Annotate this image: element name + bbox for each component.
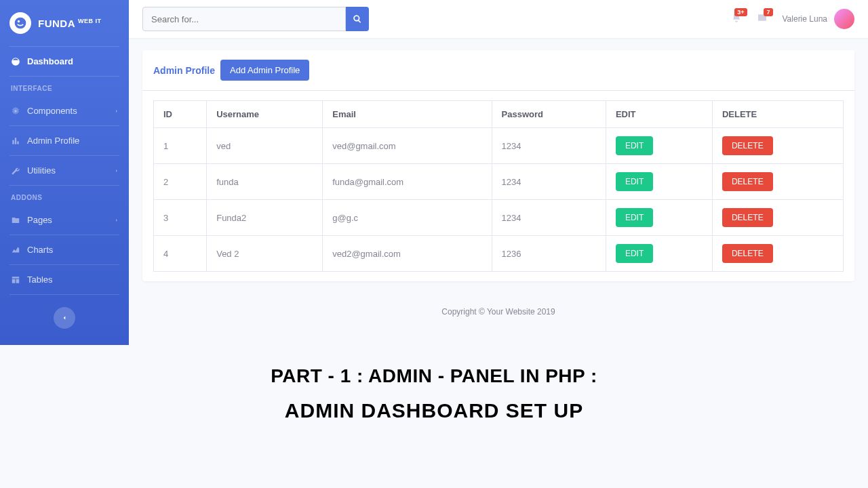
- collapse-sidebar-button[interactable]: [54, 307, 75, 329]
- table-header: Username: [207, 101, 323, 128]
- edit-button[interactable]: EDIT: [616, 244, 653, 263]
- admin-table: IDUsernameEmailPasswordEDITDELETE 1vedve…: [153, 100, 844, 272]
- table-header: DELETE: [712, 101, 843, 128]
- svg-point-1: [18, 20, 20, 22]
- mail-badge: 7: [764, 8, 772, 16]
- avatar: [834, 9, 854, 29]
- table-row: 3Funda2g@g.c1234EDITDELETE: [154, 200, 844, 236]
- card-title: Admin Profile: [153, 65, 215, 76]
- nav-components[interactable]: Components: [0, 96, 129, 125]
- add-admin-button[interactable]: Add Admin Profile: [220, 60, 309, 81]
- delete-button[interactable]: DELETE: [722, 172, 773, 191]
- chevron-right-icon: [114, 108, 119, 114]
- table-header: ID: [154, 101, 207, 128]
- delete-button[interactable]: DELETE: [722, 208, 773, 227]
- svg-point-0: [15, 18, 26, 29]
- table-header: Password: [492, 101, 606, 128]
- gear-icon: [11, 106, 20, 116]
- chevron-right-icon: [114, 168, 119, 174]
- chevron-right-icon: [114, 218, 119, 223]
- table-row: 4Ved 2ved2@gmail.com1236EDITDELETE: [154, 236, 844, 272]
- caption-line-1: PART - 1 : ADMIN - PANEL IN PHP :: [0, 365, 868, 387]
- notifications-button[interactable]: 3+: [731, 12, 742, 26]
- caption: PART - 1 : ADMIN - PANEL IN PHP : ADMIN …: [0, 365, 868, 422]
- nav-tables[interactable]: Tables: [0, 265, 129, 294]
- brand[interactable]: FUNDA WEB IT: [0, 0, 129, 46]
- bell-badge: 3+: [734, 8, 747, 16]
- caption-line-2: ADMIN DASHBOARD SET UP: [0, 399, 868, 422]
- nav-dashboard[interactable]: Dashboard: [0, 47, 129, 76]
- brand-name: FUNDA WEB IT: [38, 18, 102, 29]
- delete-button[interactable]: DELETE: [722, 136, 773, 155]
- brand-icon: [9, 12, 31, 34]
- chevron-left-icon: [61, 314, 68, 321]
- table-header: Email: [323, 101, 492, 128]
- delete-button[interactable]: DELETE: [722, 244, 773, 263]
- dashboard-icon: [11, 57, 20, 66]
- chart-area-icon: [11, 245, 20, 255]
- nav-utilities[interactable]: Utilities: [0, 156, 129, 185]
- nav-charts[interactable]: Charts: [0, 235, 129, 264]
- admin-profile-card: Admin Profile Add Admin Profile IDUserna…: [142, 50, 854, 281]
- topbar: 3+ 7 Valerie Luna: [129, 0, 868, 38]
- chart-icon: [11, 136, 20, 146]
- nav-admin-profile[interactable]: Admin Profile: [0, 126, 129, 155]
- heading-interface: INTERFACE: [0, 77, 129, 96]
- edit-button[interactable]: EDIT: [616, 208, 653, 227]
- table-row: 1vedved@gmail.com1234EDITDELETE: [154, 128, 844, 164]
- messages-button[interactable]: 7: [757, 12, 768, 26]
- wrench-icon: [11, 166, 20, 176]
- table-row: 2fundafunda@gmail.com1234EDITDELETE: [154, 164, 844, 200]
- table-icon: [11, 275, 20, 285]
- sidebar: FUNDA WEB IT Dashboard INTERFACE Compone…: [0, 0, 129, 345]
- user-menu[interactable]: Valerie Luna: [783, 9, 855, 29]
- edit-button[interactable]: EDIT: [616, 136, 653, 155]
- user-name: Valerie Luna: [783, 14, 828, 24]
- search-icon: [353, 14, 362, 24]
- search-button[interactable]: [346, 7, 369, 31]
- table-header: EDIT: [606, 101, 712, 128]
- search-input[interactable]: [142, 7, 346, 31]
- footer-text: Copyright © Your Website 2019: [129, 293, 868, 330]
- nav-pages[interactable]: Pages: [0, 205, 129, 235]
- folder-icon: [11, 216, 20, 225]
- heading-addons: ADDONS: [0, 186, 129, 205]
- edit-button[interactable]: EDIT: [616, 172, 653, 191]
